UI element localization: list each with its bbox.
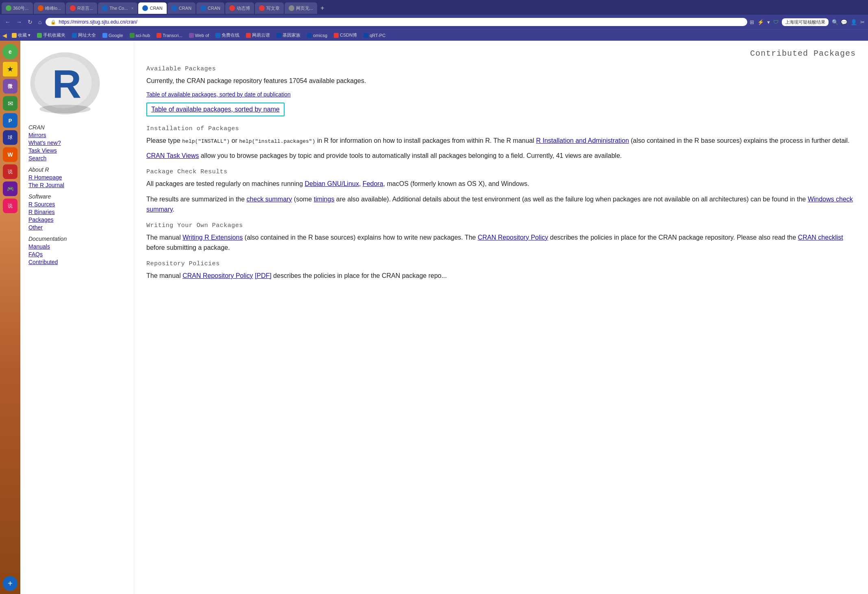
bookmark-free-icon — [215, 33, 220, 38]
bookmark-gene[interactable]: 基因家族 — [274, 31, 303, 39]
link-policy-doc[interactable]: CRAN Repository Policy — [183, 272, 253, 279]
tab-favicon-2 — [38, 5, 44, 11]
tab-close-4[interactable]: × — [131, 6, 134, 11]
back-button[interactable]: ← — [3, 18, 12, 26]
cran-link-rbinaries[interactable]: R Binaries — [28, 209, 126, 215]
bookmark-webof[interactable]: Web of — [187, 32, 212, 39]
link-check-summary[interactable]: check summary — [246, 196, 292, 203]
tab-favicon-1 — [6, 5, 11, 11]
cran-section-software: Software R Sources R Binaries Packages O… — [28, 193, 126, 231]
bookmark-gene-label: 基因家族 — [283, 32, 300, 38]
link-r-admin[interactable]: R Installation and Administration — [536, 137, 629, 144]
menu-icon[interactable]: ✂ — [860, 19, 865, 25]
brand-icon-button[interactable]: e — [2, 44, 18, 59]
cran-link-rjournal[interactable]: The R Journal — [28, 182, 126, 188]
novel-sidebar-button[interactable]: 说 — [3, 164, 17, 179]
link-fedora[interactable]: Fedora — [363, 180, 383, 187]
tab-8[interactable]: 动态博 — [225, 2, 254, 14]
chevron-down-icon[interactable]: ▾ — [767, 19, 770, 25]
chat-icon[interactable]: 💬 — [841, 19, 847, 25]
tab-label-1: 360号... — [13, 5, 29, 11]
link-policy-pdf[interactable]: [PDF] — [255, 272, 272, 279]
link-timings[interactable]: timings — [314, 196, 335, 203]
install-para: Please type help("INSTALL") or help("ins… — [146, 135, 856, 146]
story-sidebar-button[interactable]: 说 — [3, 199, 17, 213]
add-icon: + — [8, 579, 13, 588]
cran-link-whatsnew[interactable]: What's new? — [28, 140, 126, 146]
bookmark-qrt[interactable]: qRT-PC — [361, 32, 388, 39]
lock-icon: 🔒 — [50, 20, 56, 25]
tab-favicon-3 — [70, 5, 76, 11]
bookmark-mobile-icon — [37, 33, 42, 38]
bookmark-google[interactable]: Google — [100, 32, 125, 39]
tab-3[interactable]: R语言... — [66, 2, 97, 14]
code-help-install: help("INSTALL") — [182, 138, 230, 144]
mail-icon: ✉ — [8, 100, 13, 107]
bookmark-favorites[interactable]: 收藏 ▾ — [9, 31, 33, 39]
link-writing-extensions[interactable]: Writing R Extensions — [183, 234, 243, 241]
cran-link-rsources[interactable]: R Sources — [28, 201, 126, 207]
bookmark-mobile[interactable]: 手机收藏夹 — [35, 31, 68, 39]
user-icon[interactable]: 👤 — [851, 19, 857, 25]
word-sidebar-button[interactable]: W — [3, 147, 17, 162]
cran-link-taskviews[interactable]: Task Views — [28, 147, 126, 154]
cran-link-mirrors[interactable]: Mirrors — [28, 132, 126, 138]
tab-bar: 360号... 峰峰lo... R语言... The Co... × CRAN … — [0, 0, 868, 15]
link-cran-policy[interactable]: CRAN Repository Policy — [478, 234, 548, 241]
link-sort-by-date[interactable]: Table of available packages, sorted by d… — [146, 91, 291, 98]
bookmark-favorites-icon — [12, 33, 17, 38]
tab-10[interactable]: 网页无... — [285, 2, 317, 14]
game-sidebar-button[interactable]: 🎮 — [3, 181, 17, 196]
bookmark-163-label: 网易云谱 — [252, 32, 270, 38]
forward-button[interactable]: → — [15, 18, 24, 26]
cran-link-manuals[interactable]: Manuals — [28, 243, 126, 250]
code-help-install-packages: help("install.packages") — [239, 138, 315, 144]
app-sidebar-button[interactable]: P — [3, 113, 17, 128]
link-cran-checklist[interactable]: CRAN checklist — [798, 234, 843, 241]
address-bar[interactable]: 🔒 https://mirrors.sjtug.sjtu.edu.cn/cran… — [46, 18, 747, 26]
cran-link-rhomepage[interactable]: R Homepage — [28, 174, 126, 181]
grid-icon[interactable]: ⊞ — [750, 19, 754, 25]
cran-link-search[interactable]: Search — [28, 155, 126, 162]
star-sidebar-button[interactable]: ★ — [3, 62, 17, 76]
tab-5[interactable]: CRAN — [138, 2, 166, 14]
tab-favicon-4 — [102, 5, 108, 11]
check-para-1: All packages are tested regularly on mac… — [146, 179, 856, 189]
bookmark-google-icon — [102, 33, 107, 38]
cran-section-title-about: About R — [28, 166, 126, 173]
tab-1[interactable]: 360号... — [2, 2, 33, 14]
tab-2[interactable]: 峰峰lo... — [34, 2, 65, 14]
bookmark-163[interactable]: 网易云谱 — [244, 31, 272, 39]
cran-link-other[interactable]: Other — [28, 224, 126, 231]
link-sort-by-name[interactable]: Table of available packages, sorted by n… — [146, 103, 285, 116]
section-writing-heading: Writing Your Own Packages — [146, 222, 856, 229]
bookmark-free[interactable]: 免费在线 — [213, 31, 242, 39]
bookmark-sites[interactable]: 网址大全 — [70, 31, 98, 39]
cran-link-faqs[interactable]: FAQs — [28, 251, 126, 258]
search-box[interactable]: 上海现可疑核酸结果 — [782, 18, 829, 26]
magnify-icon[interactable]: 🔍 — [832, 19, 838, 25]
task-views-para: CRAN Task Views allow you to browse pack… — [146, 151, 856, 161]
lightning-icon[interactable]: ⚡ — [757, 19, 764, 25]
cran-link-contributed[interactable]: Contributed — [28, 259, 126, 265]
reload-button[interactable]: ↻ — [26, 18, 34, 26]
r-logo-svg: R — [28, 49, 102, 118]
bookmark-transcri[interactable]: Transcri... — [154, 32, 185, 39]
weibo-sidebar-button[interactable]: 微 — [3, 79, 17, 94]
tab-6[interactable]: CRAN — [168, 2, 196, 14]
bookmark-scihub[interactable]: sci-hub — [127, 32, 152, 39]
tab-4[interactable]: The Co... × — [98, 2, 137, 14]
add-sidebar-button[interactable]: + — [3, 576, 17, 591]
cran-link-packages[interactable]: Packages — [28, 216, 126, 223]
tab-7[interactable]: CRAN — [196, 2, 224, 14]
bookmark-omicsg[interactable]: omicsg — [305, 32, 330, 39]
link-debian[interactable]: Debian GNU/Linux — [305, 180, 359, 187]
tab-9[interactable]: 写文章 — [255, 2, 284, 14]
mail-sidebar-button[interactable]: ✉ — [3, 96, 17, 111]
globe-sidebar-button[interactable]: 球 — [3, 130, 17, 145]
home-button[interactable]: ⌂ — [37, 18, 43, 26]
link-cran-task-views[interactable]: CRAN Task Views — [146, 152, 199, 159]
cran-sidebar: R CRAN Mirrors What's new? Task Views Se… — [20, 41, 134, 594]
bookmark-csdn[interactable]: CSDN博 — [331, 31, 359, 39]
new-tab-button[interactable]: + — [318, 4, 326, 12]
